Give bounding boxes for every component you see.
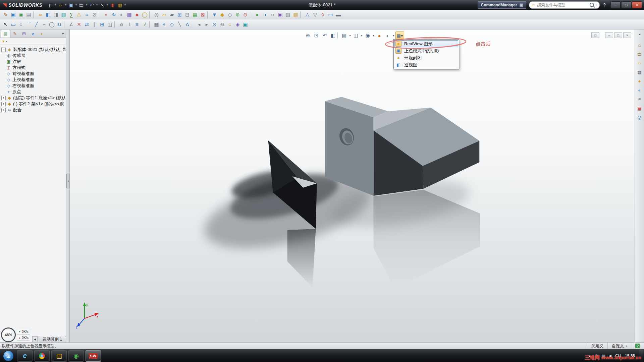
dropdown-arrow-icon[interactable]: ▾ (64, 1, 67, 9)
taskbar-explorer-icon[interactable]: ▤ (51, 350, 67, 362)
equations-icon[interactable]: ∑ (67, 11, 75, 19)
tree-expander[interactable]: + (1, 96, 6, 100)
taskbar-chrome-icon[interactable] (34, 350, 50, 362)
dropdown-arrow-icon[interactable]: ▾ (85, 1, 88, 9)
dropdown-arrow-icon[interactable]: ▾ (372, 32, 375, 39)
forum-icon[interactable]: ◎ (636, 114, 643, 121)
appearances-icon[interactable]: ● (636, 77, 643, 84)
explode-line-sketch-icon[interactable]: ▰ (168, 11, 176, 19)
rebuild-icon[interactable]: ▮ (109, 1, 116, 9)
select-icon[interactable]: ↖ (99, 1, 106, 9)
menu-item-perspective[interactable]: ◧ 透视图 (394, 61, 458, 68)
tree-item-origin[interactable]: ⌖ 原点 (1, 89, 65, 95)
close-button[interactable]: × (632, 1, 642, 8)
new-document-icon[interactable]: ▯ (47, 1, 54, 9)
scale-entities-icon[interactable]: ⊚ (218, 20, 226, 28)
smart-fasteners-icon[interactable]: ▥ (60, 11, 67, 19)
hide-show-components-icon[interactable]: ◐ (118, 11, 125, 19)
tree-expander[interactable] (1, 66, 5, 70)
dropdown-arrow-icon[interactable]: ▾ (392, 32, 395, 39)
apply-scene-icon[interactable]: ◐ (384, 32, 392, 39)
capture-percent-gauge[interactable]: 48% (1, 327, 16, 342)
offset-entities-icon[interactable]: ∥ (91, 20, 98, 28)
document-recovery-icon[interactable]: ▣ (636, 105, 643, 112)
tree-expander[interactable] (1, 54, 5, 58)
new-part-icon[interactable]: ◉ (17, 11, 25, 19)
tree-expander[interactable] (1, 60, 5, 64)
zoom-fit-icon[interactable]: ⊕ (304, 32, 312, 39)
bill-of-materials-icon[interactable]: ◎ (153, 11, 160, 19)
tab-scroll-left-icon[interactable]: ◀ (32, 336, 38, 342)
tree-expander[interactable]: - (1, 48, 6, 52)
reference-geometry-icon[interactable]: ■ (133, 11, 141, 19)
tab-dimxpertmanager[interactable]: ⌀ (29, 30, 38, 37)
sketch-fillet-icon[interactable]: ∠ (67, 20, 75, 28)
hole-alignment-icon[interactable]: ⊘ (91, 11, 98, 19)
sketch-spline-icon[interactable]: ~ (40, 20, 48, 28)
filter-funnel-icon[interactable]: ▼ (2, 40, 5, 43)
insert-components-icon[interactable]: ▣ (9, 11, 17, 19)
centerline-icon[interactable]: ╲ (176, 20, 183, 28)
doc-minimize-button[interactable]: – (605, 32, 613, 38)
tab-configurationmanager[interactable]: ⊞ (19, 30, 29, 37)
linear-component-pattern-icon[interactable]: ◧ (44, 11, 52, 19)
display-relations-icon[interactable]: ≡ (133, 20, 141, 28)
rotate-entities-icon[interactable]: ⊙ (211, 20, 218, 28)
dropdown-arrow-icon[interactable]: ▾ (124, 1, 127, 9)
tree-item-assembly[interactable]: - ◈ 装配体-0021 (默认<默认_显示状 (1, 47, 65, 53)
insert-part-icon[interactable]: ⊕ (234, 11, 241, 19)
move-entities-icon[interactable]: ◂ (195, 20, 203, 28)
dropdown-arrow-icon[interactable]: ▾ (348, 32, 352, 39)
copy-entities-icon[interactable]: ▸ (203, 20, 211, 28)
doc-restore-button[interactable]: □ (614, 32, 622, 38)
splitter-grip[interactable]: ◂ (66, 174, 70, 188)
tree-expander[interactable] (1, 72, 5, 76)
material-icon[interactable]: ◑ (261, 11, 269, 19)
custom-status-dropdown[interactable]: 自定义 ▾ (607, 343, 631, 349)
tree-expander[interactable] (1, 78, 5, 82)
sketch-icon[interactable]: ▦ (191, 11, 199, 19)
tree-item-part2[interactable]: + ◆ (-) 零件2-架<1> (默认<<默 (1, 101, 65, 107)
convert-entities-icon[interactable]: ⇄ (83, 20, 91, 28)
maximize-button[interactable]: □ (621, 1, 631, 8)
sketch-text-icon[interactable]: A (183, 20, 191, 28)
trim-entities-icon[interactable]: ✕ (75, 20, 83, 28)
external-references-icon[interactable]: ⊟ (183, 11, 191, 19)
measure-icon[interactable]: △ (304, 11, 311, 19)
interference-detection-icon[interactable]: ⚠ (75, 11, 83, 19)
search-dropdown-icon[interactable]: ▾ (596, 3, 597, 7)
dropdown-arrow-icon[interactable]: ▾ (360, 32, 363, 39)
add-relation-icon[interactable]: ⊥ (125, 20, 133, 28)
tree-item-top-plane[interactable]: ◇ 上视基准面 (1, 77, 65, 83)
help-button[interactable]: ? (602, 2, 606, 7)
filter-dropdown-icon[interactable]: ▾ (6, 40, 7, 43)
view-palette-icon[interactable]: ▦ (636, 68, 643, 75)
simulation-icon[interactable]: ▣ (276, 11, 284, 19)
large-assembly-mode-icon[interactable]: ▤ (25, 11, 33, 19)
move-component-icon[interactable]: ⌖ (102, 11, 110, 19)
save-icon[interactable]: ▣ (67, 1, 75, 9)
remove-part-icon[interactable]: ⊖ (241, 11, 249, 19)
tree-expander[interactable] (1, 90, 5, 94)
file-properties-icon[interactable]: ▥ (116, 1, 124, 9)
taskbar-ie-icon[interactable]: e (17, 350, 33, 362)
modify-sketch-icon[interactable]: ◈ (234, 20, 241, 28)
edit-component-icon[interactable]: ✎ (2, 11, 9, 19)
sketch-circle-icon[interactable]: ○ (17, 20, 25, 28)
taskbar-360browser-icon[interactable]: ◉ (68, 350, 84, 362)
smart-dimension-icon[interactable]: ⌀ (118, 20, 125, 28)
mass-properties-icon[interactable]: ▽ (311, 11, 319, 19)
sketch-pattern-icon[interactable]: ⊞ (98, 20, 106, 28)
start-button[interactable]: ⊞ (3, 351, 14, 361)
sensor-icon[interactable]: ▭ (327, 11, 334, 19)
reference-plane-icon[interactable]: ◇ (168, 20, 176, 28)
print-icon[interactable]: ▤ (78, 1, 85, 9)
fully-define-sketch-icon[interactable]: √ (141, 20, 149, 28)
tree-expander[interactable]: + (1, 108, 6, 112)
exploded-view-icon[interactable]: ▱ (160, 11, 168, 19)
tree-expander[interactable] (1, 84, 5, 88)
grid-snap-icon[interactable]: ▦ (153, 20, 160, 28)
view-orientation-icon[interactable]: ▤ (340, 32, 348, 39)
sketch-line-icon[interactable]: ╱ (33, 20, 40, 28)
menu-item-shadows-in-shaded-mode[interactable]: ▣ 上色模式中的阴影 (394, 47, 458, 54)
